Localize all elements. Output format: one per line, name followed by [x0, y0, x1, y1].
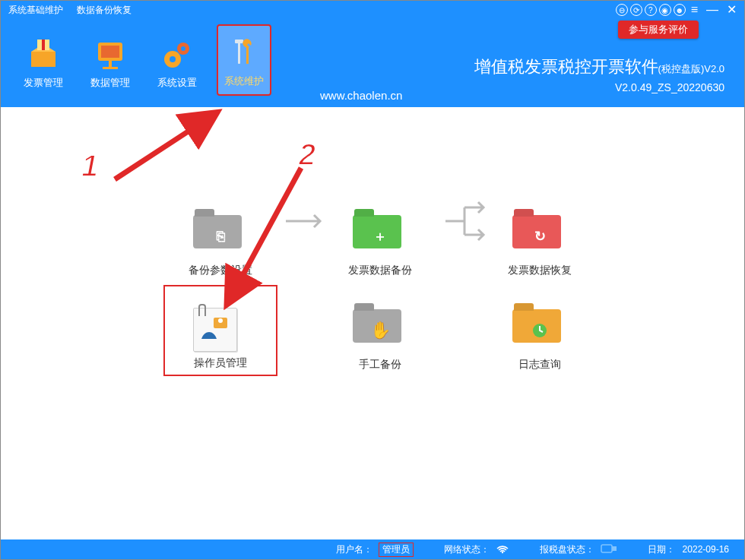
options-icon[interactable]: ≡: [688, 4, 701, 16]
svg-point-22: [501, 551, 502, 552]
app-title: 增值税发票税控开票软件: [474, 57, 658, 76]
svg-point-16: [218, 318, 223, 323]
tile-label: 发票数据恢复: [508, 264, 572, 277]
annotation-number-1: 1: [81, 149, 98, 183]
svg-point-11: [181, 46, 185, 51]
svg-rect-14: [246, 47, 249, 64]
menu-system-maintenance[interactable]: 系统基础维护: [8, 4, 63, 17]
toolbar-system-settings[interactable]: 系统设置: [150, 24, 204, 96]
lock-icon[interactable]: ◉: [659, 4, 671, 16]
svg-rect-23: [601, 545, 612, 552]
header-url: www.chaolen.cn: [320, 89, 402, 102]
tile-invoice-restore[interactable]: ↻ 发票数据恢复: [483, 191, 597, 282]
status-user-value: 管理员: [379, 543, 414, 557]
refresh-icon[interactable]: ⟳: [630, 4, 642, 16]
close-button[interactable]: ✕: [724, 4, 740, 16]
server-icon: [94, 38, 127, 71]
clipboard-user-icon: [193, 308, 248, 350]
tile-label: 发票数据备份: [348, 264, 412, 277]
back-icon[interactable]: ⊖: [616, 4, 628, 16]
svg-rect-3: [42, 40, 45, 50]
tile-invoice-backup[interactable]: ＋ 发票数据备份: [323, 191, 437, 282]
annotation-arrow-2: [217, 160, 316, 312]
annotation-arrow-1: [107, 107, 229, 191]
svg-rect-13: [235, 40, 243, 43]
svg-rect-7: [103, 67, 118, 69]
box-icon: [27, 38, 60, 71]
toolbar-invoice-mgmt[interactable]: 发票管理: [16, 24, 71, 96]
service-eval-badge[interactable]: 参与服务评价: [618, 21, 699, 39]
svg-rect-5: [101, 46, 119, 58]
folder-restore-icon: ↻: [512, 215, 567, 258]
toolbar-system-maintenance[interactable]: 系统维护: [217, 24, 271, 96]
tax-disk-icon: [601, 544, 617, 555]
gears-icon: [160, 38, 194, 71]
tile-label: 操作员管理: [194, 356, 247, 370]
svg-line-21: [229, 168, 301, 301]
status-taxdisk-label: 报税盘状态：: [540, 543, 594, 556]
tile-label: 日志查询: [518, 358, 561, 372]
tile-manual-backup[interactable]: ✋ 手工备份: [323, 285, 437, 376]
toolbar-label: 数据管理: [90, 76, 130, 90]
titlebar-icons: ⊖ ⟳ ? ◉ ☻ ≡ — ✕: [616, 4, 740, 16]
user-icon[interactable]: ☻: [674, 4, 686, 16]
tools-icon: [227, 36, 261, 70]
app-edition: (税控盘版)V2.0: [658, 63, 724, 74]
toolbar-label: 系统设置: [157, 76, 197, 90]
svg-rect-0: [31, 52, 55, 67]
folder-clock-icon: [512, 309, 567, 352]
tile-label: 手工备份: [359, 358, 401, 372]
toolbar-label: 发票管理: [24, 76, 63, 90]
svg-line-19: [115, 115, 214, 179]
minimize-button[interactable]: —: [703, 4, 721, 16]
svg-rect-12: [238, 41, 240, 64]
status-date-label: 日期：: [648, 543, 675, 556]
status-net-label: 网络状态：: [444, 543, 490, 556]
folder-plus-icon: ＋: [353, 215, 407, 258]
svg-rect-6: [109, 61, 112, 67]
main-area: ⎘ 备份参数设置 ＋ 发票数据备份 ↻ 发票数据恢复 操作员管理 ✋ 手工备份 …: [1, 107, 744, 541]
toolbar-data-mgmt[interactable]: 数据管理: [83, 24, 138, 96]
toolbar-label: 系统维护: [224, 74, 264, 88]
app-title-block: 增值税发票税控开票软件(税控盘版)V2.0 V2.0.49_ZS_2022063…: [474, 55, 724, 93]
help-icon[interactable]: ?: [645, 4, 657, 16]
svg-point-9: [170, 56, 176, 62]
status-user-label: 用户名：: [336, 543, 372, 556]
tile-log-query[interactable]: 日志查询: [483, 285, 597, 376]
svg-rect-24: [612, 546, 617, 551]
folder-hand-icon: ✋: [353, 309, 407, 352]
status-date-value: 2022-09-16: [681, 544, 731, 555]
app-header: 系统基础维护 数据备份恢复 ⊖ ⟳ ? ◉ ☻ ≡ — ✕ 参与服务评价 发票管…: [1, 1, 744, 107]
status-bar: 用户名： 管理员 网络状态： 报税盘状态： 日期： 2022-09-16: [1, 539, 744, 559]
menu-data-backup-restore[interactable]: 数据备份恢复: [77, 4, 132, 17]
app-version: V2.0.49_ZS_20220630: [474, 81, 724, 93]
wifi-icon: [496, 543, 509, 556]
